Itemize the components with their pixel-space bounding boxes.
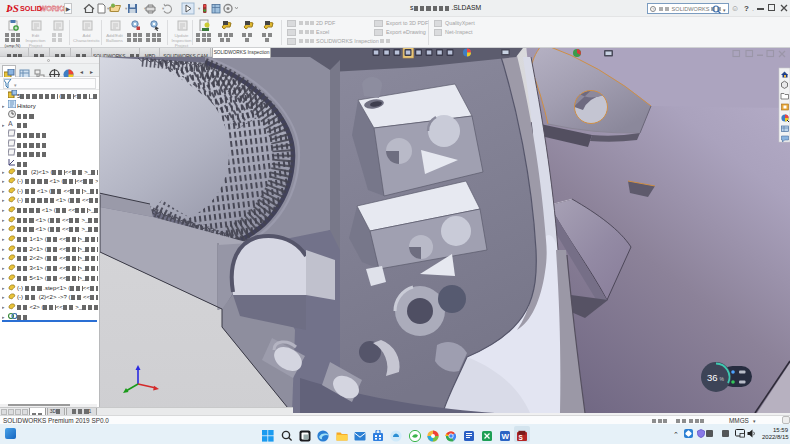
svg-text:36: 36 [707,372,718,383]
svg-text:S: S [519,434,524,441]
svg-text:ÞS: ÞS [6,2,19,14]
svg-text:%: % [720,376,725,382]
svg-text:A: A [8,120,13,127]
svg-text:W: W [501,432,509,441]
